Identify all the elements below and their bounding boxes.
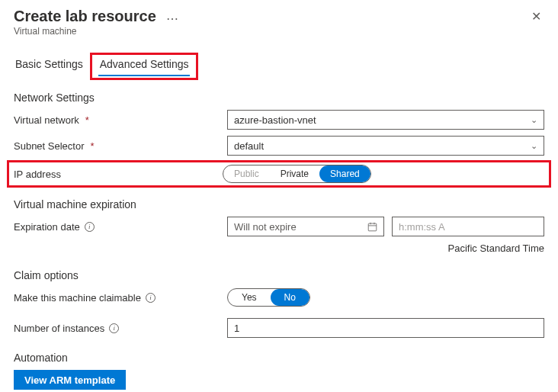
panel-title: Create lab resource xyxy=(14,8,156,24)
label-number-of-instances: Number of instances i xyxy=(14,323,227,334)
more-actions-icon[interactable]: ⋯ xyxy=(166,12,178,25)
ip-option-public[interactable]: Public xyxy=(223,165,270,182)
tab-advanced-settings[interactable]: Advanced Settings xyxy=(98,55,191,76)
ip-option-private[interactable]: Private xyxy=(270,165,319,182)
input-expiration-time[interactable]: h:mm:ss A xyxy=(392,217,544,236)
highlight-ip-address-row: IP address Public Private Shared xyxy=(7,160,551,188)
info-icon[interactable]: i xyxy=(146,293,156,303)
select-subnet-value: default xyxy=(234,140,264,152)
view-arm-template-button[interactable]: View ARM template xyxy=(14,370,126,390)
segmented-ip-address: Public Private Shared xyxy=(223,165,371,183)
ip-option-shared[interactable]: Shared xyxy=(319,165,370,182)
label-expiration-date: Expiration date i xyxy=(14,221,227,233)
select-virtual-network-value: azure-bastion-vnet xyxy=(234,114,316,126)
claimable-yes[interactable]: Yes xyxy=(228,289,271,306)
highlight-advanced-tab: Advanced Settings xyxy=(90,53,199,80)
svg-rect-0 xyxy=(368,223,377,231)
chevron-down-icon: ⌄ xyxy=(531,141,537,151)
timezone-label: Pacific Standard Time xyxy=(14,243,544,254)
info-icon[interactable]: i xyxy=(85,222,95,232)
expiration-time-placeholder: h:mm:ss A xyxy=(399,221,445,233)
label-ip-address: IP address xyxy=(14,169,223,180)
tabs: Basic Settings Advanced Settings xyxy=(14,55,544,76)
info-icon[interactable]: i xyxy=(109,323,119,333)
tab-basic-settings[interactable]: Basic Settings xyxy=(14,55,85,76)
section-vm-expiration: Virtual machine expiration xyxy=(14,198,544,210)
chevron-down-icon: ⌄ xyxy=(531,115,537,125)
label-subnet-selector: Subnet Selector* xyxy=(14,140,227,152)
select-subnet[interactable]: default ⌄ xyxy=(227,136,544,156)
panel-header: Create lab resource ⋯ Virtual machine ✕ xyxy=(14,8,544,37)
select-virtual-network[interactable]: azure-bastion-vnet ⌄ xyxy=(227,110,544,130)
calendar-icon xyxy=(367,222,377,232)
panel-subtitle: Virtual machine xyxy=(14,26,528,37)
label-virtual-network: Virtual network* xyxy=(14,114,227,126)
section-claim-options: Claim options xyxy=(14,269,544,281)
input-expiration-date[interactable]: Will not expire xyxy=(227,217,384,236)
section-automation: Automation xyxy=(14,352,544,364)
expiration-date-value: Will not expire xyxy=(234,221,297,233)
toggle-claimable: Yes No xyxy=(227,288,310,307)
input-number-of-instances[interactable] xyxy=(227,318,544,338)
close-icon[interactable]: ✕ xyxy=(528,8,544,26)
create-lab-resource-panel: Create lab resource ⋯ Virtual machine ✕ … xyxy=(0,0,558,392)
claimable-no[interactable]: No xyxy=(271,289,309,306)
section-network-settings: Network Settings xyxy=(14,92,544,104)
label-make-claimable: Make this machine claimable i xyxy=(14,292,227,304)
